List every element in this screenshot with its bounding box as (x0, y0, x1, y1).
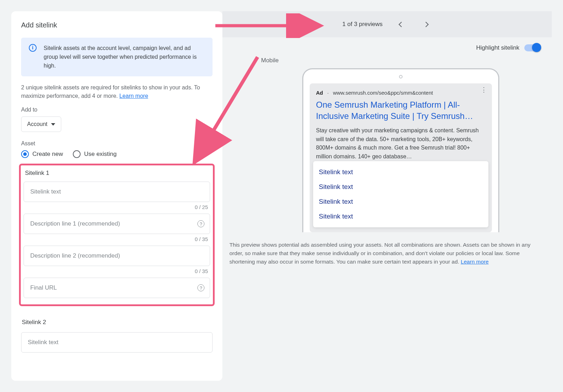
more-icon: ⋮ (481, 89, 487, 91)
requirement-text: 2 unique sitelink assets are required fo… (21, 83, 213, 100)
sitelink-preview: Sitelink text (319, 165, 483, 179)
next-preview-button[interactable] (420, 18, 432, 30)
sitelink-text-input[interactable] (24, 182, 210, 202)
info-banner: i Sitelink assets at the account level, … (21, 38, 213, 76)
previous-preview-button[interactable] (395, 18, 407, 30)
highlight-sitelink-row: Highlight sitelink (222, 37, 552, 57)
add-to-value: Account (27, 121, 48, 127)
highlight-sitelink-label: Highlight sitelink (476, 44, 519, 51)
radio-use-existing[interactable]: Use existing (73, 150, 117, 158)
chevron-left-icon (398, 21, 404, 27)
highlight-sitelink-toggle[interactable] (524, 44, 540, 51)
help-icon[interactable]: ? (197, 220, 204, 227)
ad-headline: One Semrush Marketing Platform | All-Inc… (316, 99, 486, 122)
description-2-counter: 0 / 35 (24, 268, 208, 274)
ad-display-url: www.semrush.com/seo&ppc/smm&content (333, 90, 433, 96)
preview-area: 1 of 3 previews Highlight sitelink Mobil… (222, 11, 552, 381)
sitelink-2-label: Sitelink 2 (22, 319, 213, 326)
mobile-preview-frame: ⋮ Ad · www.semrush.com/seo&ppc/smm&conte… (302, 68, 499, 232)
preview-counter: 1 of 3 previews (342, 21, 382, 28)
radio-icon (21, 150, 29, 158)
info-text: Sitelink assets at the account level, ca… (44, 44, 205, 70)
radio-icon (73, 150, 81, 158)
panel-title: Add sitelink (21, 21, 213, 29)
ad-badge: Ad (316, 90, 323, 96)
preview-toolbar: 1 of 3 previews (222, 11, 552, 37)
ad-sitelinks-box: Sitelink text Sitelink text Sitelink tex… (313, 161, 488, 227)
asset-label: Asset (21, 140, 213, 147)
learn-more-link[interactable]: Learn more (119, 93, 148, 99)
preview-disclaimer: This preview shows potential ads assembl… (229, 232, 540, 266)
add-to-dropdown[interactable]: Account (21, 116, 61, 132)
sitelink-preview: Sitelink text (319, 179, 483, 194)
learn-more-link[interactable]: Learn more (461, 259, 488, 265)
description-1-input[interactable] (24, 214, 210, 234)
ad-separator: · (327, 90, 329, 96)
description-2-input[interactable] (24, 246, 210, 266)
description-1-counter: 0 / 35 (24, 236, 208, 242)
speaker-icon (399, 75, 403, 78)
ad-description: Stay creative with your marketing campai… (316, 126, 486, 161)
help-icon[interactable]: ? (197, 284, 204, 291)
sitelink-2-text-input[interactable] (21, 332, 213, 353)
sitelink-1-label: Sitelink 1 (25, 170, 210, 177)
device-label: Mobile (261, 57, 540, 64)
sitelink-text-counter: 0 / 25 (24, 204, 208, 210)
radio-create-new[interactable]: Create new (21, 150, 63, 158)
caret-down-icon (51, 123, 55, 126)
chevron-right-icon (423, 21, 429, 27)
ad-preview-card: ⋮ Ad · www.semrush.com/seo&ppc/smm&conte… (310, 83, 492, 232)
asset-radio-group: Create new Use existing (21, 150, 213, 158)
sitelink-preview: Sitelink text (319, 209, 483, 224)
final-url-input[interactable] (24, 278, 210, 298)
add-to-label: Add to (21, 107, 213, 113)
info-icon: i (29, 44, 37, 52)
sitelink-1-group: Sitelink 1 0 / 25 ? 0 / 35 0 / 35 ? (19, 164, 215, 306)
sitelink-preview: Sitelink text (319, 194, 483, 209)
add-sitelink-panel: Add sitelink i Sitelink assets at the ac… (11, 11, 222, 381)
